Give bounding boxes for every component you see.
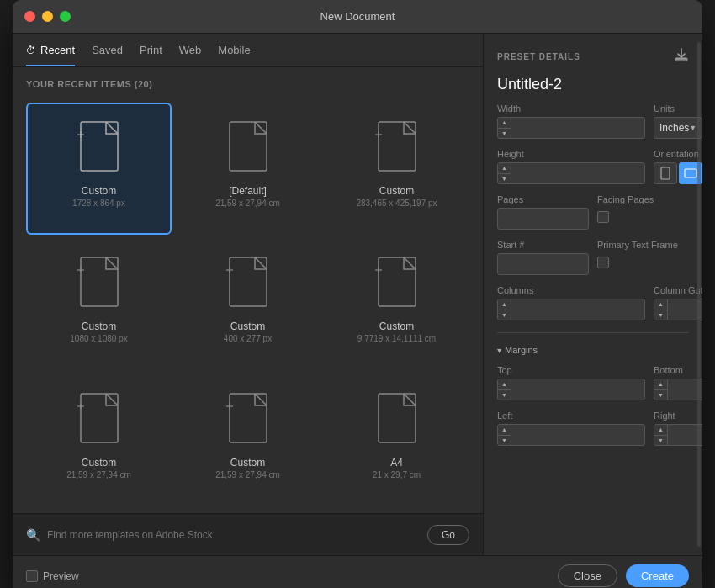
start-label: Start # (497, 240, 589, 250)
top-margin-field[interactable]: 0,5 in (511, 384, 644, 395)
start-field[interactable]: 1 (497, 253, 589, 275)
go-button[interactable]: Go (427, 525, 469, 545)
maximize-traffic-light[interactable] (60, 11, 71, 22)
item-name: Custom (82, 457, 116, 469)
columns-group: Columns ▲ ▼ 1 (497, 285, 645, 320)
list-item[interactable]: Custom 1080 x 1080 px (26, 238, 172, 370)
column-gutter-group: Column Gutter ▲ ▼ 0,1667 in (654, 285, 702, 320)
primary-text-checkbox[interactable] (597, 257, 609, 268)
margins-header[interactable]: ▾ Margins (497, 345, 689, 355)
tab-mobile[interactable]: Mobile (218, 44, 250, 66)
tab-saved[interactable]: Saved (92, 44, 123, 66)
columns-label: Columns (497, 285, 645, 295)
columns-field[interactable]: 1 (511, 304, 644, 315)
bottom-increment[interactable]: ▲ (654, 379, 667, 390)
columns-input-spinner: ▲ ▼ 1 (497, 299, 645, 320)
search-bar: 🔍 Go (13, 513, 483, 555)
units-group: Units Inches ▼ (654, 103, 702, 139)
height-field[interactable]: 12 in (511, 167, 644, 179)
svg-rect-24 (661, 167, 670, 179)
top-decrement[interactable]: ▼ (498, 390, 511, 400)
height-increment[interactable]: ▲ (498, 163, 511, 174)
svg-rect-4 (379, 122, 416, 171)
gutter-decrement[interactable]: ▼ (654, 310, 667, 320)
list-item[interactable]: A4 21 x 29,7 cm (324, 374, 469, 506)
width-units-row: Width ▲ ▼ 24 in Units Inches ▼ (497, 103, 689, 139)
left-increment[interactable]: ▲ (498, 425, 511, 436)
pages-group: Pages 1 (497, 194, 589, 230)
doc-thumbnail (223, 389, 273, 448)
width-increment[interactable]: ▲ (498, 118, 511, 129)
doc-thumbnail (372, 389, 422, 448)
top-increment[interactable]: ▲ (498, 379, 511, 390)
list-item[interactable]: Custom 283,465 x 425,197 px (324, 103, 469, 235)
facing-pages-checkbox[interactable] (597, 211, 609, 223)
start-group: Start # 1 (497, 240, 589, 275)
columns-increment[interactable]: ▲ (498, 299, 511, 310)
item-size: 283,465 x 425,197 px (356, 199, 437, 208)
window-title: New Document (320, 10, 395, 23)
orientation-label: Orientation (654, 149, 702, 159)
preview-checkbox[interactable] (26, 570, 38, 582)
gutter-increment[interactable]: ▲ (654, 299, 667, 310)
width-field[interactable]: 24 in (511, 122, 644, 134)
list-item[interactable]: Custom 21,59 x 27,94 cm (175, 374, 320, 506)
list-item[interactable]: Custom 21,59 x 27,94 cm (26, 374, 172, 506)
list-item[interactable]: Custom 9,7719 x 14,1111 cm (324, 238, 469, 370)
svg-rect-7 (81, 257, 118, 306)
columns-decrement[interactable]: ▼ (498, 310, 511, 320)
pages-field[interactable]: 1 (497, 208, 589, 230)
portrait-button[interactable] (654, 162, 677, 184)
tab-web-label: Web (179, 44, 202, 56)
height-decrement[interactable]: ▼ (498, 174, 511, 184)
doc-thumbnail (372, 253, 422, 312)
doc-thumbnail (74, 389, 124, 448)
bottom-margin-group: Bottom ▲ ▼ 0,5 in (654, 365, 702, 400)
save-preset-icon[interactable] (674, 47, 689, 66)
minimize-traffic-light[interactable] (42, 11, 53, 22)
facing-pages-check-row (597, 211, 689, 223)
bottom-decrement[interactable]: ▼ (654, 390, 667, 400)
left-margin-field[interactable]: 0,5 in (511, 429, 644, 441)
top-label: Top (497, 365, 645, 375)
top-bottom-margins-row: Top ▲ ▼ 0,5 in Bottom ▲ ▼ (497, 365, 689, 400)
right-label: Right (654, 411, 702, 421)
item-size: 21,59 x 27,94 cm (215, 470, 280, 479)
units-select[interactable]: Inches ▼ (654, 117, 702, 139)
pages-facing-row: Pages 1 Facing Pages (497, 194, 689, 230)
height-input-spinner: ▲ ▼ 12 in (497, 162, 645, 184)
list-item[interactable]: [Default] 21,59 x 27,94 cm (175, 103, 320, 235)
scrollbar[interactable] (697, 42, 701, 547)
left-margin-spinner: ▲ ▼ 0,5 in (497, 424, 645, 446)
units-label: Units (654, 103, 702, 114)
bottom-label: Bottom (654, 365, 702, 375)
columns-spinner-btns: ▲ ▼ (498, 299, 511, 320)
tab-print[interactable]: Print (140, 44, 162, 66)
close-traffic-light[interactable] (24, 11, 35, 22)
right-decrement[interactable]: ▼ (654, 436, 667, 446)
right-increment[interactable]: ▲ (654, 425, 667, 436)
list-item[interactable]: Custom 1728 x 864 px (26, 103, 172, 235)
tab-recent[interactable]: ⏱ Recent (26, 44, 75, 66)
item-size: 9,7719 x 14,1111 cm (358, 334, 436, 343)
tab-web[interactable]: Web (179, 44, 202, 66)
doc-thumbnail (74, 253, 124, 312)
item-name: Custom (82, 320, 116, 332)
search-input[interactable] (47, 529, 421, 541)
left-decrement[interactable]: ▼ (498, 436, 511, 446)
tab-recent-label: Recent (40, 44, 75, 56)
item-size: 1728 x 864 px (72, 199, 125, 208)
item-name: Custom (230, 457, 265, 469)
width-decrement[interactable]: ▼ (498, 129, 511, 139)
create-button[interactable]: Create (626, 564, 689, 587)
close-button[interactable]: Close (558, 564, 617, 587)
units-value: Inches (659, 122, 689, 134)
column-gutter-spinner: ▲ ▼ 0,1667 in (654, 299, 702, 320)
orientation-buttons (654, 162, 702, 184)
pages-label: Pages (497, 194, 589, 204)
divider (497, 332, 689, 333)
action-buttons: Close Create (558, 564, 689, 587)
list-item[interactable]: Custom 400 x 277 px (175, 238, 320, 370)
width-input-spinner: ▲ ▼ 24 in (497, 117, 645, 139)
recent-items-grid: Custom 1728 x 864 px [Default] 21,59 x 2… (13, 96, 483, 513)
